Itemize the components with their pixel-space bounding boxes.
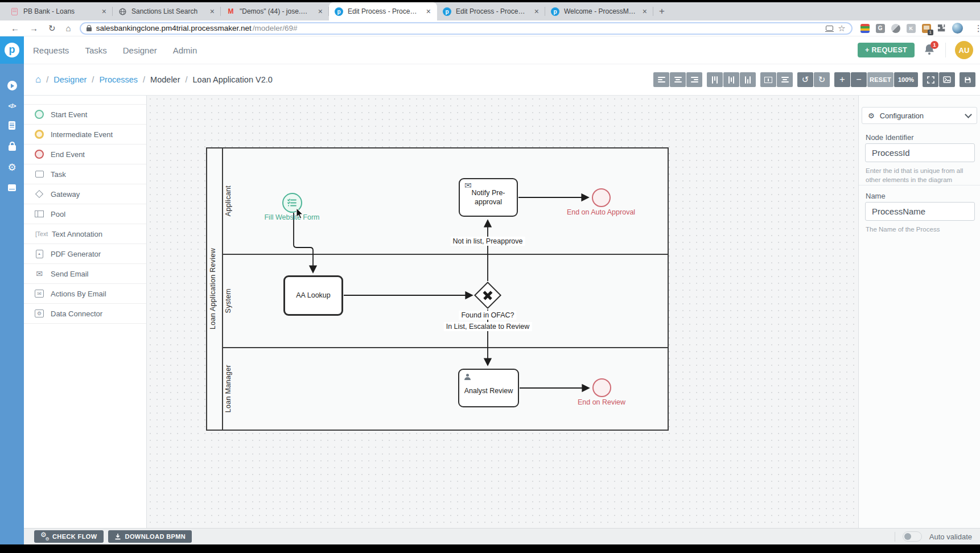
align-top-button[interactable] bbox=[707, 72, 723, 87]
configuration-accordion[interactable]: ⚙ Configuration bbox=[862, 107, 977, 124]
tab-close-icon[interactable]: × bbox=[316, 7, 324, 16]
fit-view-button[interactable] bbox=[923, 72, 938, 87]
tab-edit-process-2[interactable]: p Edit Process - ProcessMaker × bbox=[437, 2, 545, 20]
tab-close-icon[interactable]: × bbox=[208, 7, 216, 16]
breadcrumb-designer[interactable]: Designer bbox=[53, 75, 87, 84]
tab-close-icon[interactable]: × bbox=[533, 7, 541, 16]
palette-item-send-email[interactable]: ✉ Send Email bbox=[24, 264, 146, 284]
nav-requests[interactable]: Requests bbox=[33, 46, 69, 55]
tab-welcome[interactable]: p Welcome - ProcessMaker × bbox=[545, 2, 653, 20]
extension-k-icon[interactable]: K bbox=[907, 24, 916, 33]
text-annotation-icon: [Text bbox=[34, 230, 50, 237]
undo-button[interactable]: ↺ bbox=[797, 72, 813, 87]
zoom-in-button[interactable]: + bbox=[834, 72, 850, 87]
extension-g-icon[interactable]: G bbox=[876, 24, 885, 33]
tab-sanctions[interactable]: Sanctions List Search × bbox=[113, 2, 221, 20]
name-input[interactable] bbox=[865, 202, 975, 221]
nav-tasks[interactable]: Tasks bbox=[85, 46, 106, 55]
tab-edit-process-active[interactable]: p Edit Process - ProcessMaker × bbox=[329, 2, 437, 20]
browser-menu-icon[interactable]: ⋮ bbox=[974, 23, 980, 34]
puzzle-icon[interactable] bbox=[937, 24, 946, 32]
palette-item-pool[interactable]: Pool bbox=[24, 204, 146, 224]
name-helper: The Name of the Process bbox=[866, 225, 975, 234]
distribute-vertical-button[interactable] bbox=[777, 72, 793, 87]
end-event-review[interactable] bbox=[592, 378, 611, 397]
auto-validate-toggle[interactable] bbox=[903, 531, 922, 542]
task-aa-lookup[interactable]: AA Lookup bbox=[283, 275, 343, 316]
processmaker-logo[interactable]: p bbox=[0, 36, 24, 64]
lane-divider bbox=[222, 347, 668, 348]
extension-stripes-icon[interactable] bbox=[860, 24, 870, 33]
tab-pb-bank[interactable]: PB Bank - Loans × bbox=[5, 2, 113, 20]
back-icon[interactable]: ← bbox=[11, 24, 19, 32]
breadcrumb-row: ⌂ / Designer / Processes / Modeler / Loa… bbox=[24, 64, 980, 96]
extension-circle-icon[interactable] bbox=[891, 24, 900, 33]
home-breadcrumb-icon[interactable]: ⌂ bbox=[35, 75, 41, 84]
tab-close-icon[interactable]: × bbox=[425, 7, 433, 16]
breadcrumb-processes[interactable]: Processes bbox=[99, 75, 138, 84]
chevron-down-icon bbox=[965, 111, 972, 118]
distribute-horizontal-button[interactable] bbox=[760, 72, 776, 87]
task-analyst-review[interactable]: Analyst Review bbox=[458, 369, 519, 407]
tab-close-icon[interactable]: × bbox=[100, 7, 108, 16]
end-event-auto-approval[interactable] bbox=[592, 188, 611, 207]
book-icon[interactable] bbox=[8, 184, 16, 191]
palette-item-actions-by-email[interactable]: ✉ Actions By Email bbox=[24, 284, 146, 304]
breadcrumb-sep: / bbox=[92, 75, 94, 84]
align-left-button[interactable] bbox=[653, 72, 669, 87]
play-icon[interactable] bbox=[7, 81, 17, 90]
nav-admin[interactable]: Admin bbox=[173, 46, 197, 55]
end-event-label: End on Review bbox=[556, 398, 647, 406]
forward-icon[interactable]: → bbox=[30, 24, 38, 32]
send-to-device-icon[interactable] bbox=[826, 26, 833, 31]
browser-tabstrip: PB Bank - Loans × Sanctions List Search … bbox=[0, 2, 980, 20]
gear-icon[interactable]: ⚙ bbox=[7, 163, 16, 172]
lock-icon[interactable] bbox=[9, 145, 16, 151]
palette-item-task[interactable]: Task bbox=[24, 164, 146, 184]
align-bottom-button[interactable] bbox=[740, 72, 756, 87]
palette-item-pdf-generator[interactable]: ▴ PDF Generator bbox=[24, 244, 146, 264]
data-connector-icon: ⚙ bbox=[34, 309, 45, 317]
home-icon[interactable]: ⌂ bbox=[66, 24, 71, 32]
user-avatar[interactable]: AU bbox=[955, 41, 973, 59]
palette-item-text-annotation[interactable]: [Text Text Annotation bbox=[24, 224, 146, 244]
palette-item-intermediate-event[interactable]: Intermediate Event bbox=[24, 125, 146, 145]
new-tab-button[interactable]: + bbox=[659, 6, 665, 17]
redo-button[interactable]: ↻ bbox=[814, 72, 830, 87]
bookmark-star-icon[interactable]: ☆ bbox=[838, 24, 845, 32]
check-flow-button[interactable]: ⚙⚙ CHECK FLOW bbox=[34, 530, 104, 543]
extension-orange-icon[interactable]: 1 bbox=[922, 24, 931, 33]
zoom-level-button[interactable]: 100% bbox=[894, 72, 918, 87]
document-icon[interactable] bbox=[9, 121, 15, 130]
reset-zoom-button[interactable]: RESET bbox=[867, 72, 893, 87]
export-image-button[interactable] bbox=[939, 72, 955, 87]
modeler-canvas[interactable]: Loan Application Review Applicant System… bbox=[147, 96, 858, 528]
zoom-out-button[interactable]: − bbox=[851, 72, 867, 87]
align-right-button[interactable] bbox=[686, 72, 702, 87]
reload-icon[interactable]: ↻ bbox=[48, 24, 56, 32]
nav-designer[interactable]: Designer bbox=[123, 46, 157, 55]
task-notify-pre-approval[interactable]: ✉ Notify Pre-approval bbox=[459, 178, 518, 217]
breadcrumb-sep: / bbox=[186, 75, 188, 84]
download-bpmn-button[interactable]: DOWNLOAD BPMN bbox=[108, 530, 192, 543]
notifications-bell-icon[interactable]: 1 bbox=[924, 43, 936, 57]
align-center-button[interactable] bbox=[670, 72, 686, 87]
palette-item-gateway[interactable]: Gateway bbox=[24, 184, 146, 204]
node-identifier-input[interactable] bbox=[865, 143, 975, 162]
checklist-icon bbox=[287, 199, 297, 207]
save-button[interactable] bbox=[960, 72, 975, 87]
code-icon[interactable]: </> bbox=[9, 102, 16, 109]
palette-item-data-connector[interactable]: ⚙ Data Connector bbox=[24, 304, 146, 324]
header-divider bbox=[945, 43, 946, 57]
tab-gmail[interactable]: M "Demos" (44) - jose.maldonad × bbox=[221, 2, 329, 20]
task-label: Notify Pre-approval bbox=[460, 188, 517, 207]
browser-toolbar: ← → ↻ ⌂ salesbankingclone.pm4trial.proce… bbox=[0, 20, 980, 36]
align-middle-button[interactable] bbox=[723, 72, 739, 87]
palette-item-end-event[interactable]: End Event bbox=[24, 145, 146, 164]
start-event-label: Fill Website Form bbox=[246, 213, 337, 221]
chrome-profile-avatar[interactable] bbox=[952, 23, 963, 34]
request-button[interactable]: + REQUEST bbox=[858, 43, 915, 57]
url-bar[interactable]: salesbankingclone.pm4trial.processmaker.… bbox=[80, 22, 853, 35]
palette-item-start-event[interactable]: Start Event bbox=[24, 104, 146, 125]
tab-close-icon[interactable]: × bbox=[641, 7, 649, 16]
